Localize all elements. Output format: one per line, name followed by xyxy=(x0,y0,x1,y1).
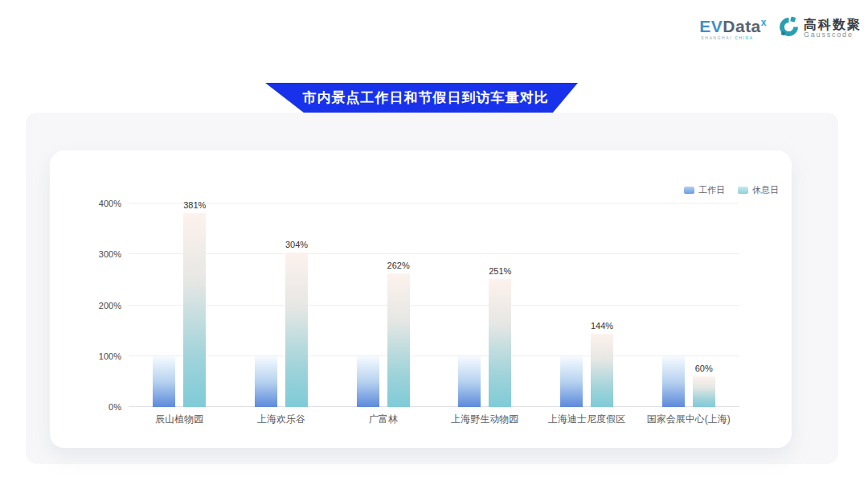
y-axis-tick-400: 400% xyxy=(88,199,121,208)
bar-value-label-0: 381% xyxy=(170,200,219,210)
legend-item-workday[interactable]: 工作日 xyxy=(684,184,725,196)
x-axis-label-5: 国家会展中心(上海) xyxy=(628,413,749,426)
evdata-ev-text: EV xyxy=(699,17,723,35)
evdata-data-text: Data xyxy=(723,17,761,35)
title-banner: 市内景点工作日和节假日到访车量对比 xyxy=(265,83,578,113)
workday-swatch-icon xyxy=(684,187,694,194)
evdata-wordmark: EVDatax xyxy=(699,18,767,35)
bar-workday-1[interactable] xyxy=(255,356,277,407)
bar-restday-5[interactable] xyxy=(693,376,715,407)
bar-restday-0[interactable] xyxy=(183,213,206,407)
gausscode-text: 高科数聚 Gausscode xyxy=(804,18,862,39)
y-axis-tick-100: 100% xyxy=(88,351,121,361)
legend-label-workday: 工作日 xyxy=(698,184,725,196)
y-axis-tick-200: 200% xyxy=(88,301,121,310)
bar-value-label-5: 60% xyxy=(680,364,728,373)
bar-workday-3[interactable] xyxy=(458,356,481,407)
bar-value-label-3: 251% xyxy=(476,266,524,276)
gridline-200 xyxy=(129,305,739,306)
gausscode-en-text: Gausscode xyxy=(804,31,862,39)
bar-restday-2[interactable] xyxy=(387,273,410,407)
gausscode-logo: 高科数聚 Gausscode xyxy=(778,16,862,41)
gausscode-icon xyxy=(778,16,800,41)
evdata-subtitle: SHANGHAI CHINA xyxy=(699,36,767,40)
bar-workday-0[interactable] xyxy=(153,356,175,407)
legend-item-restday[interactable]: 休息日 xyxy=(738,184,779,196)
restday-swatch-icon xyxy=(738,187,748,194)
bar-restday-3[interactable] xyxy=(489,279,511,407)
gridline-0 xyxy=(129,406,739,407)
bar-workday-4[interactable] xyxy=(560,356,583,407)
chart-panel: 工作日 休息日 0%100%200%300%400%381%辰山植物园304%上… xyxy=(26,113,838,464)
evdata-x-icon: x xyxy=(761,17,767,28)
plot-area: 0%100%200%300%400%381%辰山植物园304%上海欢乐谷262%… xyxy=(129,203,739,407)
bar-restday-1[interactable] xyxy=(285,253,308,407)
logo-bar: EVDatax SHANGHAI CHINA 高科数聚 Gausscode xyxy=(699,16,862,41)
legend-label-restday: 休息日 xyxy=(752,184,779,196)
gausscode-cn-text: 高科数聚 xyxy=(804,18,862,32)
page-title: 市内景点工作日和节假日到访车量对比 xyxy=(295,88,549,107)
bar-value-label-4: 144% xyxy=(578,321,626,331)
bar-value-label-2: 262% xyxy=(375,261,423,270)
evdata-subtitle-left: SHANGHAI xyxy=(701,35,735,40)
gridline-400 xyxy=(129,203,739,203)
evdata-subtitle-right: CHINA xyxy=(735,35,754,40)
y-axis-tick-0: 0% xyxy=(88,402,121,412)
gridline-300 xyxy=(129,253,739,254)
bar-value-label-1: 304% xyxy=(272,240,321,249)
bar-restday-4[interactable] xyxy=(591,334,613,407)
gridline-100 xyxy=(129,355,739,356)
evdata-logo: EVDatax SHANGHAI CHINA xyxy=(699,18,767,40)
page: EVDatax SHANGHAI CHINA 高科数聚 Gausscode 市内… xyxy=(0,0,868,489)
y-axis-tick-300: 300% xyxy=(88,249,121,259)
chart-card: 工作日 休息日 0%100%200%300%400%381%辰山植物园304%上… xyxy=(50,150,792,448)
bar-workday-2[interactable] xyxy=(357,356,379,407)
chart-legend: 工作日 休息日 xyxy=(684,184,779,196)
